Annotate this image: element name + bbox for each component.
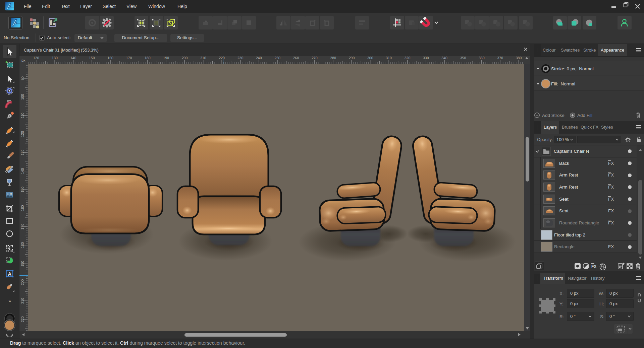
svg-text:220: 220 bbox=[20, 316, 24, 322]
svg-text:230: 230 bbox=[237, 56, 244, 60]
svg-text:300: 300 bbox=[367, 56, 373, 60]
svg-text:100: 100 bbox=[20, 94, 24, 100]
svg-text:160: 160 bbox=[107, 56, 113, 60]
svg-text:150: 150 bbox=[89, 56, 95, 60]
svg-text:120: 120 bbox=[20, 131, 24, 137]
svg-text:370: 370 bbox=[497, 56, 503, 60]
svg-text:150: 150 bbox=[20, 187, 24, 193]
svg-text:A: A bbox=[8, 271, 12, 277]
svg-text:»: » bbox=[8, 298, 11, 303]
svg-text:200: 200 bbox=[20, 279, 24, 285]
svg-text:260: 260 bbox=[293, 56, 299, 60]
svg-text:90: 90 bbox=[20, 76, 24, 80]
svg-text:140: 140 bbox=[20, 168, 24, 174]
svg-text:FX: FX bbox=[591, 264, 596, 269]
svg-text:320: 320 bbox=[405, 56, 411, 60]
svg-text:280: 280 bbox=[330, 56, 336, 60]
svg-text:180: 180 bbox=[20, 242, 24, 248]
svg-text:240: 240 bbox=[256, 56, 262, 60]
svg-text:170: 170 bbox=[126, 56, 132, 60]
svg-text:310: 310 bbox=[386, 56, 392, 60]
svg-text:360: 360 bbox=[479, 56, 485, 60]
svg-text:220: 220 bbox=[219, 56, 225, 60]
svg-text:130: 130 bbox=[52, 56, 58, 60]
svg-text:130: 130 bbox=[20, 149, 24, 155]
svg-text:210: 210 bbox=[200, 56, 206, 60]
svg-text:380: 380 bbox=[516, 56, 522, 60]
svg-text:340: 340 bbox=[441, 56, 447, 60]
svg-text:170: 170 bbox=[20, 224, 24, 230]
svg-text:190: 190 bbox=[20, 261, 24, 267]
svg-text:200: 200 bbox=[182, 56, 188, 60]
svg-text:290: 290 bbox=[349, 56, 355, 60]
svg-text:180: 180 bbox=[145, 56, 151, 60]
svg-text:210: 210 bbox=[20, 298, 24, 304]
svg-text:160: 160 bbox=[20, 205, 24, 211]
svg-text:120: 120 bbox=[33, 56, 39, 60]
svg-text:270: 270 bbox=[312, 56, 318, 60]
svg-text:140: 140 bbox=[70, 56, 76, 60]
svg-text:190: 190 bbox=[163, 56, 169, 60]
svg-text:250: 250 bbox=[274, 56, 280, 60]
svg-text:330: 330 bbox=[423, 56, 429, 60]
svg-text:350: 350 bbox=[460, 56, 466, 60]
svg-text:110: 110 bbox=[20, 113, 24, 118]
